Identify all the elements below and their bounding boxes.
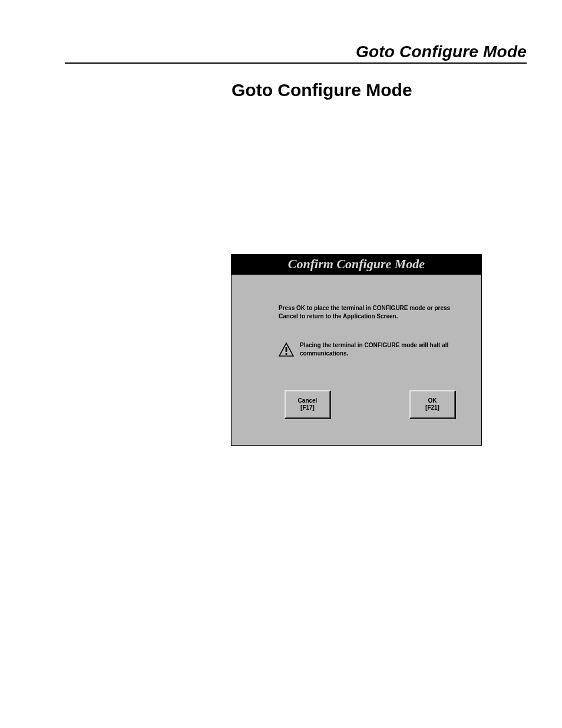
section-title: Goto Configure Mode [232, 80, 412, 100]
running-header-title: Goto Configure Mode [356, 42, 527, 61]
cancel-button-label: Cancel [298, 397, 318, 405]
cancel-button-key: [F17] [300, 404, 315, 412]
warning-triangle-icon [279, 342, 294, 357]
dialog-instruction-text: Press OK to place the terminal in CONFIG… [279, 304, 461, 320]
page: Goto Configure Mode Goto Configure Mode … [0, 0, 562, 728]
svg-rect-1 [286, 347, 287, 352]
ok-button-label: OK [428, 397, 437, 405]
header-rule [65, 62, 527, 64]
dialog-warning-text: Placing the terminal in CONFIGURE mode w… [300, 341, 461, 357]
cancel-button[interactable]: Cancel [F17] [285, 390, 330, 419]
svg-rect-2 [286, 353, 287, 355]
dialog-button-row: Cancel [F17] OK [F21] [279, 390, 461, 419]
confirm-configure-dialog: Confirm Configure Mode Press OK to place… [231, 254, 482, 446]
dialog-body: Press OK to place the terminal in CONFIG… [232, 275, 481, 430]
dialog-title: Confirm Configure Mode [232, 255, 481, 275]
dialog-warning-row: Placing the terminal in CONFIGURE mode w… [279, 341, 461, 357]
ok-button[interactable]: OK [F21] [409, 390, 455, 419]
ok-button-key: [F21] [425, 404, 439, 412]
